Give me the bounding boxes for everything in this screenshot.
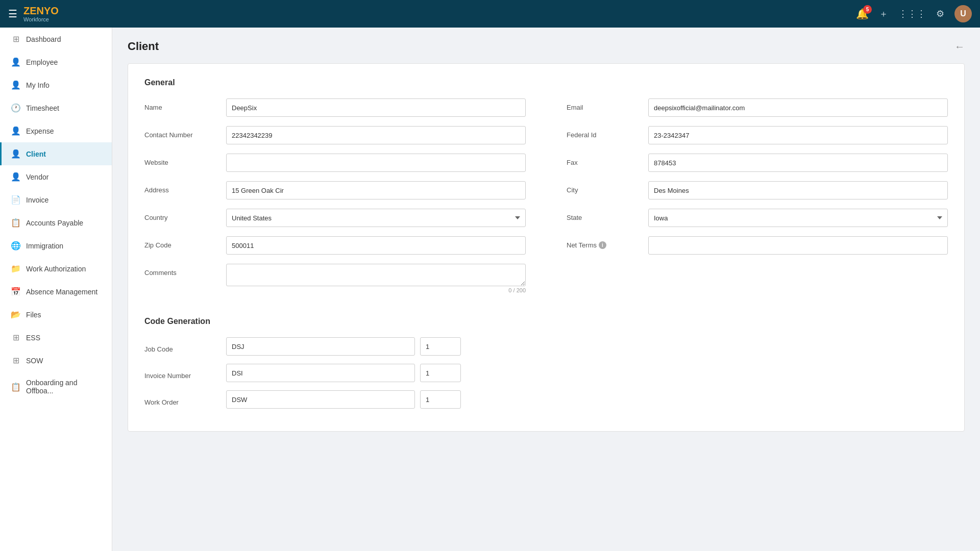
zip-row: Zip Code: [144, 236, 526, 255]
work-order-inputs: [226, 390, 461, 409]
country-row: Country United States Canada United King…: [144, 209, 526, 227]
sidebar-item-employee[interactable]: 👤 Employee: [0, 51, 112, 73]
myinfo-icon: 👤: [11, 80, 21, 90]
job-code-prefix-input[interactable]: [226, 337, 415, 356]
work-order-prefix-input[interactable]: [226, 390, 415, 409]
federal-id-row: Federal Id: [567, 126, 948, 144]
general-section-title: General: [144, 78, 948, 87]
invoice-num-input[interactable]: [420, 364, 461, 382]
name-input[interactable]: [226, 98, 526, 117]
invoice-prefix-input[interactable]: [226, 364, 415, 382]
back-button[interactable]: ←: [954, 41, 965, 53]
address-row: Address: [144, 181, 526, 199]
sidebar-label-onboarding: Onboarding and Offboa...: [26, 379, 103, 395]
comments-row: Comments 0 / 200: [144, 264, 526, 293]
expense-icon: 👤: [11, 126, 21, 136]
fax-row: Fax: [567, 154, 948, 172]
logo-title: ZENYO: [23, 5, 59, 16]
city-label: City: [567, 181, 648, 194]
page-title: Client: [128, 40, 159, 53]
fax-input[interactable]: [648, 154, 948, 172]
sidebar-label-expense: Expense: [26, 127, 54, 135]
logo-subtitle: Workforce: [23, 16, 59, 22]
email-input[interactable]: [648, 98, 948, 117]
accounts-payable-icon: 📋: [11, 218, 21, 228]
code-generation-section: Code Generation Job Code Invoice Number: [144, 317, 948, 409]
notification-button[interactable]: 🔔 5: [856, 8, 869, 20]
sidebar-item-work-auth[interactable]: 📁 Work Authorization: [0, 257, 112, 280]
email-row: Email: [567, 98, 948, 117]
website-row: Website: [144, 154, 526, 172]
sidebar-label-ess: ESS: [26, 334, 40, 342]
comments-wrap: 0 / 200: [226, 264, 526, 293]
invoice-inputs: [226, 364, 461, 382]
country-select[interactable]: United States Canada United Kingdom Aust…: [226, 209, 526, 227]
topnav-right: 🔔 5 ＋ ⋮⋮⋮ ⚙ U: [856, 5, 972, 22]
sidebar-item-vendor[interactable]: 👤 Vendor: [0, 165, 112, 188]
sidebar-item-invoice[interactable]: 📄 Invoice: [0, 188, 112, 211]
page-header: Client ←: [128, 40, 965, 53]
net-terms-input[interactable]: [648, 236, 948, 255]
job-code-inputs: [226, 337, 461, 356]
sidebar-item-accounts-payable[interactable]: 📋 Accounts Payable: [0, 211, 112, 234]
sidebar-label-work-auth: Work Authorization: [26, 265, 86, 273]
logo: ZENYO Workforce: [23, 5, 59, 22]
state-select[interactable]: Iowa California Texas New York Florida: [648, 209, 948, 227]
hamburger-menu[interactable]: ☰: [8, 8, 17, 20]
sidebar-label-invoice: Invoice: [26, 196, 48, 204]
fax-label: Fax: [567, 154, 648, 166]
sidebar-item-sow[interactable]: ⊞ SOW: [0, 349, 112, 372]
work-order-num-input[interactable]: [420, 390, 461, 409]
net-terms-label: Net Terms i: [567, 241, 648, 249]
net-terms-info-icon[interactable]: i: [599, 241, 606, 249]
sidebar-label-timesheet: Timesheet: [26, 104, 59, 112]
sidebar-item-immigration[interactable]: 🌐 Immigration: [0, 234, 112, 257]
work-order-row: Work Order: [144, 390, 948, 409]
email-label: Email: [567, 98, 648, 111]
form-right-col: Email Federal Id Fax Ci: [567, 98, 948, 303]
sidebar-item-onboarding[interactable]: 📋 Onboarding and Offboa...: [0, 372, 112, 402]
contact-input[interactable]: [226, 126, 526, 144]
sidebar-item-client[interactable]: 👤 Client: [0, 142, 112, 165]
sow-icon: ⊞: [11, 356, 21, 365]
sidebar-item-myinfo[interactable]: 👤 My Info: [0, 73, 112, 96]
sidebar-item-timesheet[interactable]: 🕐 Timesheet: [0, 96, 112, 119]
contact-label: Contact Number: [144, 126, 226, 139]
sidebar-scroll: ⊞ Dashboard 👤 Employee 👤 My Info 🕐 Times…: [0, 28, 112, 551]
sidebar-item-files[interactable]: 📂 Files: [0, 303, 112, 326]
federal-id-input[interactable]: [648, 126, 948, 144]
user-avatar[interactable]: U: [954, 5, 972, 22]
notification-badge: 5: [863, 5, 872, 14]
city-input[interactable]: [648, 181, 948, 199]
sidebar-label-vendor: Vendor: [26, 173, 48, 181]
contact-row: Contact Number: [144, 126, 526, 144]
website-input[interactable]: [226, 154, 526, 172]
comments-input[interactable]: [226, 264, 526, 286]
ess-icon: ⊞: [11, 333, 21, 342]
grid-icon[interactable]: ⋮⋮⋮: [898, 8, 926, 19]
add-icon[interactable]: ＋: [879, 8, 888, 20]
sidebar-item-absence[interactable]: 📅 Absence Management: [0, 280, 112, 303]
zip-input[interactable]: [226, 236, 526, 255]
federal-id-label: Federal Id: [567, 126, 648, 139]
invoice-icon: 📄: [11, 195, 21, 205]
net-terms-row: Net Terms i: [567, 236, 948, 255]
sidebar-item-ess[interactable]: ⊞ ESS: [0, 326, 112, 349]
client-icon: 👤: [11, 149, 21, 159]
sidebar: ⊞ Dashboard 👤 Employee 👤 My Info 🕐 Times…: [0, 28, 112, 551]
name-label: Name: [144, 98, 226, 111]
form-left-col: Name Contact Number Website: [144, 98, 526, 303]
onboarding-icon: 📋: [11, 382, 21, 392]
address-input[interactable]: [226, 181, 526, 199]
topnav: ☰ ZENYO Workforce 🔔 5 ＋ ⋮⋮⋮ ⚙ U: [0, 0, 980, 28]
job-code-num-input[interactable]: [420, 337, 461, 356]
country-label: Country: [144, 209, 226, 221]
website-label: Website: [144, 154, 226, 166]
sidebar-label-myinfo: My Info: [26, 81, 50, 89]
immigration-icon: 🌐: [11, 241, 21, 251]
sidebar-label-employee: Employee: [26, 58, 58, 66]
sidebar-item-dashboard[interactable]: ⊞ Dashboard: [0, 28, 112, 51]
sidebar-label-client: Client: [26, 150, 46, 158]
sidebar-item-expense[interactable]: 👤 Expense: [0, 119, 112, 142]
settings-icon[interactable]: ⚙: [936, 8, 944, 19]
